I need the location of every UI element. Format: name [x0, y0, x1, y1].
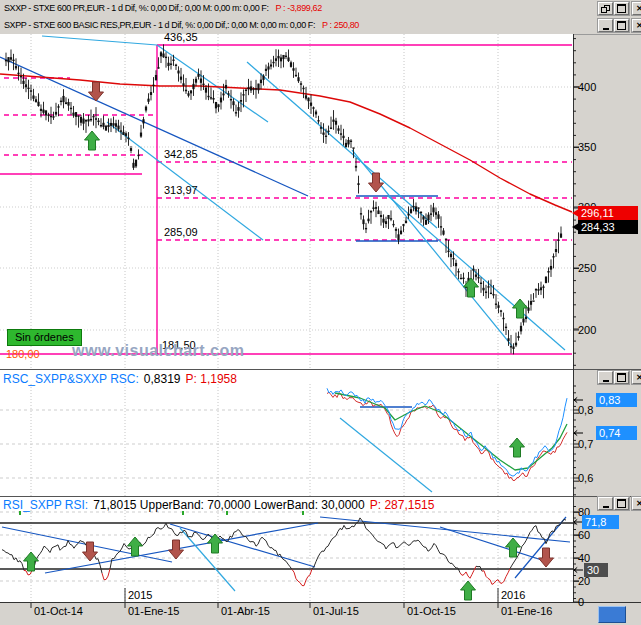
rsc-y-axis-label: 0,7 — [578, 438, 593, 450]
rsi-value-badge: 71,8 — [582, 515, 619, 529]
maximize-icon — [617, 499, 626, 508]
last-price-badge-black: 284,33 — [578, 220, 638, 234]
main-y-axis-label: 400 — [578, 81, 596, 93]
maximize-button[interactable] — [614, 371, 629, 384]
close-button[interactable]: × — [632, 497, 641, 510]
close-icon: × — [636, 499, 641, 508]
x-axis-label: 01-Oct-15 — [407, 605, 456, 617]
main-y-axis-label: 250 — [578, 262, 596, 274]
rsc-value-badge: 0,83 — [596, 393, 637, 407]
last-price-badge-red: 296,11 — [578, 206, 638, 220]
minimize-icon — [603, 506, 609, 508]
rsc-indicator-name: RSC_SXPP&SXXP RSC: — [3, 372, 139, 386]
price-level-label: 342,85 — [164, 149, 198, 160]
year-label: 2016 — [501, 589, 525, 601]
rsi-p-value: P: 287,1515 — [370, 498, 435, 512]
rsc-panel-header: RSC_SXPP&SXXP RSC:0,8319P: 1,1958 — [3, 372, 237, 386]
scroll-corner-button[interactable] — [598, 606, 626, 623]
orders-status-badge[interactable]: Sin órdenes — [7, 329, 82, 346]
rsi-indicator-name: RSI_SXPP RSI: — [3, 498, 88, 512]
x-axis-label: 01-Ene-16 — [501, 605, 552, 617]
rsc-indicator-value: 0,8319 — [144, 372, 181, 386]
rsc-ma-value-badge: 0,74 — [596, 426, 637, 440]
rsi-panel-header: RSI_SXPP RSI:71,8015 UpperBand: 70,0000 … — [3, 498, 434, 512]
rsi-panel-controls: × — [597, 497, 641, 510]
year-label: 2015 — [128, 589, 152, 601]
rsi-lowerband-badge: 30 — [584, 563, 608, 577]
rsc-panel-controls: × — [597, 371, 641, 384]
rsi-indicator-values: 71,8015 UpperBand: 70,0000 LowerBand: 30… — [93, 498, 365, 512]
rsc-y-axis-label: 0,6 — [578, 472, 593, 484]
maximize-button[interactable] — [614, 497, 629, 510]
close-button[interactable]: × — [632, 371, 641, 384]
main-y-axis-label: 350 — [578, 141, 596, 153]
x-axis-label: 01-Oct-14 — [34, 605, 83, 617]
minimize-icon — [603, 380, 609, 382]
rsi-y-axis-label: 0 — [578, 596, 584, 608]
rsc-p-value: P: 1,1958 — [186, 372, 237, 386]
rsi-y-axis-label: 60 — [578, 529, 590, 541]
close-icon: × — [636, 373, 641, 382]
minimize-button[interactable] — [598, 497, 613, 510]
rsc-y-axis-label: 0,8 — [578, 404, 593, 416]
x-axis-label: 01-Jul-15 — [313, 605, 359, 617]
watermark: www.visualchart.com — [72, 342, 245, 360]
price-level-label: 285,09 — [164, 227, 198, 238]
minimize-button[interactable] — [598, 371, 613, 384]
price-level-label: 436,35 — [164, 32, 198, 43]
price-level-label: 313,97 — [164, 185, 198, 196]
x-axis-label: 01-Abr-15 — [221, 605, 270, 617]
price-level-label-180: 180,00 — [6, 348, 40, 360]
maximize-icon — [617, 373, 626, 382]
x-axis-label: 01-Ene-15 — [128, 605, 179, 617]
chart-graphics — [0, 0, 641, 625]
visual-chart-window: SXXP - STXE 600 PR,EUR - 1 d Dif, %: 0,0… — [0, 0, 641, 625]
main-y-axis-label: 200 — [578, 324, 596, 336]
